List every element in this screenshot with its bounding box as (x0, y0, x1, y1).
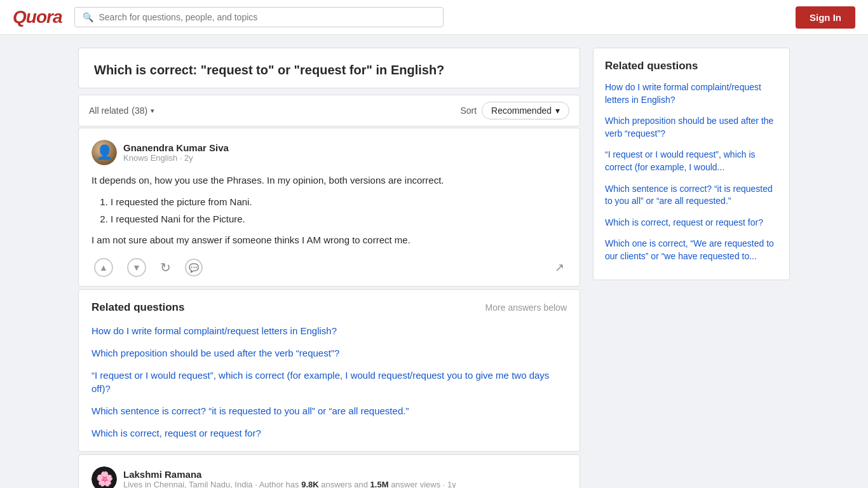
downvote-icon: ▼ (127, 258, 146, 277)
inline-related-link-0[interactable]: How do I write formal complaint/request … (92, 324, 567, 337)
search-icon: 🔍 (83, 12, 93, 22)
search-bar: 🔍 (74, 7, 443, 27)
sidebar-link-3[interactable]: Which sentence is correct? “it is reques… (605, 183, 778, 208)
sort-chevron-icon: ▾ (555, 105, 560, 116)
sort-label: Sort (460, 105, 477, 116)
quora-logo[interactable]: Quora (13, 7, 62, 27)
search-input[interactable] (98, 12, 435, 22)
inline-related-link-3[interactable]: Which sentence is correct? “it is reques… (92, 404, 567, 417)
sidebar-link-4[interactable]: Which is correct, request or request for… (605, 217, 778, 229)
sidebar: Related questions How do I write formal … (593, 48, 790, 488)
answer-list-1: I requested the picture from Nani. I req… (111, 193, 567, 227)
answerer-info-2: Lakshmi Ramana Lives in Chennai, Tamil N… (123, 469, 456, 488)
sidebar-card: Related questions How do I write formal … (593, 48, 790, 280)
upvote-button[interactable]: ▲ (92, 257, 116, 278)
comment-icon: 💬 (185, 259, 203, 276)
inline-related-link-1[interactable]: Which preposition should be used after t… (92, 346, 567, 360)
inline-related-section: Related questions More answers below How… (78, 289, 580, 452)
related-section-header: Related questions More answers below (92, 301, 567, 314)
answer-card-1: 👤 Gnanendra Kumar Siva Knows English · 2… (78, 128, 580, 287)
answerer-meta-1: Knows English · 2y (123, 153, 229, 163)
filter-bar: All related (38) ▾ Sort Recommended ▾ (78, 95, 580, 126)
share-rotate-icon: ↻ (160, 260, 171, 275)
sidebar-link-1[interactable]: Which preposition should be used after t… (605, 115, 778, 140)
answer-card-2: 🌸 Lakshmi Ramana Lives in Chennai, Tamil… (78, 454, 580, 488)
sidebar-link-5[interactable]: Which one is correct, “We are requested … (605, 238, 778, 262)
views-label: answer views · 1y (391, 480, 456, 488)
answer-closing-1: I am not sure about my answer if someone… (92, 233, 567, 248)
list-item: I requested Nani for the Picture. (111, 210, 567, 227)
views-count: 1.5M (370, 480, 389, 488)
avatar-lakshmi: 🌸 (92, 466, 117, 488)
more-answers-below: More answers below (485, 302, 567, 313)
answerer-row-1: 👤 Gnanendra Kumar Siva Knows English · 2… (92, 140, 567, 165)
avatar-gnanendra: 👤 (92, 140, 117, 165)
answerer-name-2[interactable]: Lakshmi Ramana (123, 469, 456, 480)
upvote-icon: ▲ (94, 258, 113, 277)
all-related-label: All related (89, 105, 128, 116)
comment-button[interactable]: 💬 (182, 257, 205, 278)
question-title: Which is correct: "request to" or "reque… (94, 61, 564, 79)
header: Quora 🔍 Sign In (0, 0, 868, 35)
inline-related-link-2[interactable]: “I request or I would request”, which is… (92, 369, 567, 395)
related-section-title: Related questions (92, 301, 184, 314)
sidebar-link-0[interactable]: How do I write formal complaint/request … (605, 81, 778, 106)
action-bar-1: ▲ ▼ ↻ 💬 ↗ (92, 253, 567, 278)
main-container: Which is correct: "request to" or "reque… (69, 35, 799, 488)
answerer-name-1[interactable]: Gnanendra Kumar Siva (123, 142, 229, 153)
author-meta-prefix: Lives in Chennai, Tamil Nadu, India · Au… (123, 480, 299, 488)
sidebar-title: Related questions (605, 60, 778, 72)
sign-in-button[interactable]: Sign In (796, 6, 855, 29)
share-button[interactable]: ↗ (552, 259, 567, 276)
share-arrow-icon: ↗ (555, 261, 564, 274)
all-related-count: (38) (132, 105, 147, 116)
list-item: I requested the picture from Nani. (111, 193, 567, 210)
answerer-info-1: Gnanendra Kumar Siva Knows English · 2y (123, 142, 229, 163)
inline-related-link-4[interactable]: Which is correct, request or request for… (92, 426, 567, 440)
sort-value: Recommended (491, 105, 552, 116)
answerer-row-2: 🌸 Lakshmi Ramana Lives in Chennai, Tamil… (92, 466, 567, 488)
chevron-down-icon: ▾ (151, 107, 154, 115)
content-column: Which is correct: "request to" or "reque… (78, 48, 580, 488)
answerer-meta-2: Lives in Chennai, Tamil Nadu, India · Au… (123, 480, 456, 488)
question-panel: Which is correct: "request to" or "reque… (78, 48, 580, 88)
sidebar-link-2[interactable]: “I request or I would request”, which is… (605, 149, 778, 173)
downvote-button[interactable]: ▼ (125, 257, 149, 278)
share-rotate-button[interactable]: ↻ (158, 259, 173, 276)
answers-label: answers and (321, 480, 368, 488)
answers-count: 9.8K (301, 480, 318, 488)
sort-dropdown[interactable]: Recommended ▾ (482, 102, 569, 119)
answer-intro-1: It depends on, how you use the Phrases. … (92, 173, 567, 188)
all-related-dropdown[interactable]: All related (38) ▾ (89, 105, 154, 116)
